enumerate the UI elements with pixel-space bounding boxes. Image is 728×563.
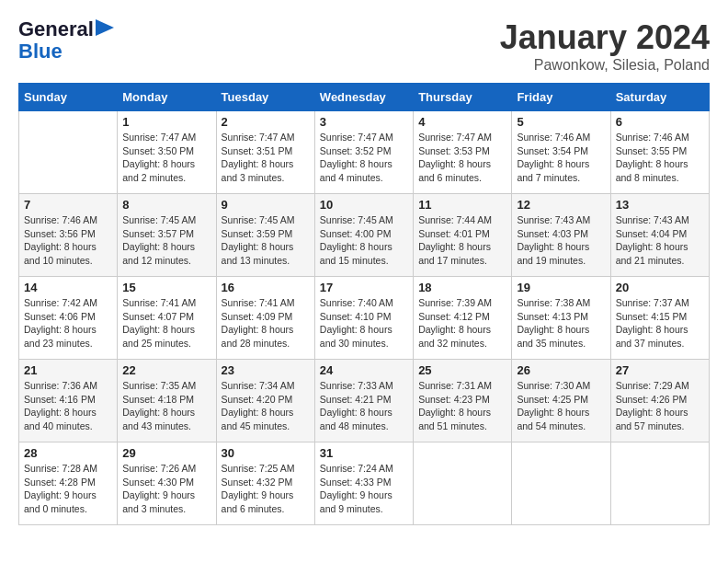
day-number: 11 [418, 198, 506, 212]
day-number: 10 [320, 198, 408, 212]
day-info: Sunrise: 7:46 AM Sunset: 3:56 PM Dayligh… [24, 213, 112, 268]
page-subtitle: Pawonkow, Silesia, Poland [500, 57, 710, 74]
day-info: Sunrise: 7:33 AM Sunset: 4:21 PM Dayligh… [320, 379, 408, 433]
day-number: 4 [418, 115, 506, 129]
day-info: Sunrise: 7:42 AM Sunset: 4:06 PM Dayligh… [24, 296, 112, 350]
calendar-table: Sunday Monday Tuesday Wednesday Thursday… [18, 83, 710, 525]
calendar-day-cell: 31Sunrise: 7:24 AM Sunset: 4:33 PM Dayli… [314, 442, 413, 525]
calendar-day-cell: 4Sunrise: 7:47 AM Sunset: 3:53 PM Daylig… [414, 111, 512, 194]
calendar-day-cell: 3Sunrise: 7:47 AM Sunset: 3:52 PM Daylig… [314, 111, 413, 194]
day-info: Sunrise: 7:44 AM Sunset: 4:01 PM Dayligh… [418, 213, 506, 268]
calendar-day-cell: 10Sunrise: 7:45 AM Sunset: 4:00 PM Dayli… [314, 194, 413, 277]
calendar-day-cell: 27Sunrise: 7:29 AM Sunset: 4:26 PM Dayli… [610, 360, 709, 442]
day-number: 21 [24, 363, 112, 377]
day-number: 15 [122, 281, 210, 294]
day-info: Sunrise: 7:37 AM Sunset: 4:15 PM Dayligh… [616, 296, 704, 350]
calendar-day-cell: 6Sunrise: 7:46 AM Sunset: 3:55 PM Daylig… [610, 111, 709, 194]
day-info: Sunrise: 7:46 AM Sunset: 3:55 PM Dayligh… [616, 131, 704, 185]
day-info: Sunrise: 7:28 AM Sunset: 4:28 PM Dayligh… [24, 462, 112, 516]
col-thursday: Thursday [414, 84, 512, 111]
logo-blue-text: Blue [18, 40, 63, 63]
calendar-day-cell: 9Sunrise: 7:45 AM Sunset: 3:59 PM Daylig… [216, 194, 314, 277]
day-number: 31 [320, 446, 408, 460]
day-number: 5 [517, 115, 605, 129]
page-header: General Blue January 2024 Pawonkow, Sile… [18, 18, 710, 74]
calendar-day-cell: 7Sunrise: 7:46 AM Sunset: 3:56 PM Daylig… [19, 194, 118, 277]
calendar-day-cell: 24Sunrise: 7:33 AM Sunset: 4:21 PM Dayli… [314, 360, 413, 442]
day-info: Sunrise: 7:45 AM Sunset: 3:59 PM Dayligh… [222, 213, 310, 268]
svg-marker-0 [96, 19, 114, 36]
day-info: Sunrise: 7:47 AM Sunset: 3:51 PM Dayligh… [222, 131, 310, 185]
col-monday: Monday [118, 84, 216, 111]
day-number: 7 [24, 198, 112, 212]
logo: General Blue [18, 18, 114, 63]
day-info: Sunrise: 7:46 AM Sunset: 3:54 PM Dayligh… [517, 131, 605, 185]
col-sunday: Sunday [19, 84, 118, 111]
calendar-week-row: 21Sunrise: 7:36 AM Sunset: 4:16 PM Dayli… [19, 360, 710, 442]
title-block: January 2024 Pawonkow, Silesia, Poland [500, 18, 710, 74]
calendar-day-cell [414, 442, 512, 525]
day-number: 16 [222, 281, 310, 294]
day-number: 6 [616, 115, 704, 129]
calendar-day-cell: 1Sunrise: 7:47 AM Sunset: 3:50 PM Daylig… [118, 111, 216, 194]
day-info: Sunrise: 7:29 AM Sunset: 4:26 PM Dayligh… [616, 379, 704, 433]
day-info: Sunrise: 7:41 AM Sunset: 4:07 PM Dayligh… [122, 296, 210, 350]
page-title: January 2024 [500, 18, 710, 57]
calendar-day-cell: 18Sunrise: 7:39 AM Sunset: 4:12 PM Dayli… [414, 277, 512, 360]
day-number: 30 [222, 446, 310, 460]
logo-text: General [18, 18, 94, 40]
day-info: Sunrise: 7:26 AM Sunset: 4:30 PM Dayligh… [122, 462, 210, 516]
day-info: Sunrise: 7:31 AM Sunset: 4:23 PM Dayligh… [418, 379, 506, 433]
day-number: 22 [122, 363, 210, 377]
calendar-day-cell: 12Sunrise: 7:43 AM Sunset: 4:03 PM Dayli… [512, 194, 610, 277]
day-number: 18 [418, 281, 506, 294]
day-info: Sunrise: 7:47 AM Sunset: 3:53 PM Dayligh… [418, 131, 506, 185]
day-info: Sunrise: 7:39 AM Sunset: 4:12 PM Dayligh… [418, 296, 506, 350]
calendar-day-cell: 17Sunrise: 7:40 AM Sunset: 4:10 PM Dayli… [314, 277, 413, 360]
calendar-day-cell: 19Sunrise: 7:38 AM Sunset: 4:13 PM Dayli… [512, 277, 610, 360]
calendar-day-cell: 2Sunrise: 7:47 AM Sunset: 3:51 PM Daylig… [216, 111, 314, 194]
day-info: Sunrise: 7:47 AM Sunset: 3:52 PM Dayligh… [320, 131, 408, 185]
col-friday: Friday [512, 84, 610, 111]
calendar-day-cell: 30Sunrise: 7:25 AM Sunset: 4:32 PM Dayli… [216, 442, 314, 525]
calendar-header-row: Sunday Monday Tuesday Wednesday Thursday… [19, 84, 710, 111]
day-info: Sunrise: 7:41 AM Sunset: 4:09 PM Dayligh… [222, 296, 310, 350]
calendar-day-cell: 14Sunrise: 7:42 AM Sunset: 4:06 PM Dayli… [19, 277, 118, 360]
day-number: 8 [122, 198, 210, 212]
day-info: Sunrise: 7:43 AM Sunset: 4:04 PM Dayligh… [616, 213, 704, 268]
day-info: Sunrise: 7:35 AM Sunset: 4:18 PM Dayligh… [122, 379, 210, 433]
calendar-day-cell: 5Sunrise: 7:46 AM Sunset: 3:54 PM Daylig… [512, 111, 610, 194]
day-number: 24 [320, 363, 408, 377]
calendar-day-cell [610, 442, 709, 525]
day-number: 20 [616, 281, 704, 294]
calendar-week-row: 28Sunrise: 7:28 AM Sunset: 4:28 PM Dayli… [19, 442, 710, 525]
day-number: 12 [517, 198, 605, 212]
calendar-day-cell [19, 111, 118, 194]
calendar-day-cell: 22Sunrise: 7:35 AM Sunset: 4:18 PM Dayli… [118, 360, 216, 442]
day-info: Sunrise: 7:47 AM Sunset: 3:50 PM Dayligh… [122, 131, 210, 185]
logo-arrow-icon [96, 19, 114, 36]
day-info: Sunrise: 7:43 AM Sunset: 4:03 PM Dayligh… [517, 213, 605, 268]
day-number: 9 [222, 198, 310, 212]
day-info: Sunrise: 7:24 AM Sunset: 4:33 PM Dayligh… [320, 462, 408, 516]
calendar-day-cell: 29Sunrise: 7:26 AM Sunset: 4:30 PM Dayli… [118, 442, 216, 525]
calendar-day-cell: 15Sunrise: 7:41 AM Sunset: 4:07 PM Dayli… [118, 277, 216, 360]
day-number: 17 [320, 281, 408, 294]
day-info: Sunrise: 7:45 AM Sunset: 4:00 PM Dayligh… [320, 213, 408, 268]
calendar-day-cell: 13Sunrise: 7:43 AM Sunset: 4:04 PM Dayli… [610, 194, 709, 277]
calendar-day-cell: 20Sunrise: 7:37 AM Sunset: 4:15 PM Dayli… [610, 277, 709, 360]
day-number: 23 [222, 363, 310, 377]
day-number: 19 [517, 281, 605, 294]
day-number: 14 [24, 281, 112, 294]
calendar-week-row: 14Sunrise: 7:42 AM Sunset: 4:06 PM Dayli… [19, 277, 710, 360]
calendar-day-cell: 25Sunrise: 7:31 AM Sunset: 4:23 PM Dayli… [414, 360, 512, 442]
day-number: 13 [616, 198, 704, 212]
day-number: 28 [24, 446, 112, 460]
day-info: Sunrise: 7:30 AM Sunset: 4:25 PM Dayligh… [517, 379, 605, 433]
calendar-week-row: 7Sunrise: 7:46 AM Sunset: 3:56 PM Daylig… [19, 194, 710, 277]
col-saturday: Saturday [610, 84, 709, 111]
day-info: Sunrise: 7:34 AM Sunset: 4:20 PM Dayligh… [222, 379, 310, 433]
day-info: Sunrise: 7:36 AM Sunset: 4:16 PM Dayligh… [24, 379, 112, 433]
day-number: 29 [122, 446, 210, 460]
day-number: 27 [616, 363, 704, 377]
